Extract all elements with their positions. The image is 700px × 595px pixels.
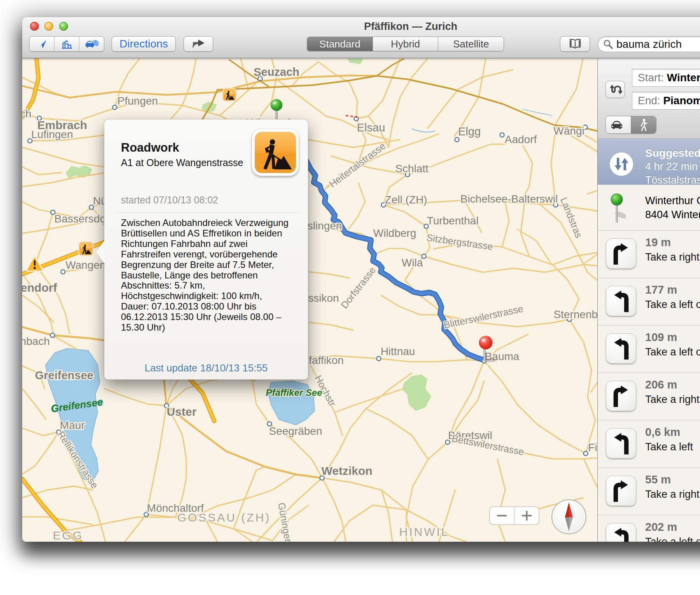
svg-text:Hittnau: Hittnau [381,345,415,357]
svg-text:Greifensee: Greifensee [35,369,93,382]
svg-text:Uster: Uster [167,405,197,418]
svg-text:Pfungen: Pfungen [117,95,158,107]
svg-text:Seegräben: Seegräben [269,425,322,437]
svg-text:Seuzach: Seuzach [254,66,299,78]
svg-text:Wetzikon: Wetzikon [321,464,372,477]
svg-text:EGG: EGG [53,529,84,542]
svg-text:Schlatt: Schlatt [395,163,429,175]
svg-text:Fis: Fis [588,441,597,453]
svg-text:ssikon: ssikon [308,292,339,304]
svg-text:faffikon: faffikon [309,354,344,366]
svg-text:Zell (ZH): Zell (ZH) [385,194,427,206]
svg-text:slingen: slingen [308,220,342,232]
svg-text:Bassersdo: Bassersdo [54,213,106,225]
svg-text:endorf: endorf [22,281,58,294]
svg-text:Wila: Wila [402,257,423,269]
svg-text:Turbenthal: Turbenthal [427,215,479,227]
svg-text:Wildberg: Wildberg [373,227,416,239]
svg-text:Elgg: Elgg [458,125,481,138]
svg-text:Wängi: Wängi [553,125,584,137]
svg-text:ch: ch [22,108,32,120]
svg-text:Bichelsee-Balterswil: Bichelsee-Balterswil [460,193,558,205]
svg-text:Elsau: Elsau [357,121,385,134]
svg-text:Sternenbe: Sternenbe [553,308,597,320]
svg-text:nbach: nbach [22,335,50,347]
svg-text:Pfäffiker See: Pfäffiker See [266,387,322,398]
svg-text:Aadorf: Aadorf [505,133,537,145]
svg-text:HINWIL: HINWIL [399,525,450,538]
svg-text:GOSSAU (ZH): GOSSAU (ZH) [177,511,271,524]
svg-text:Lufingen: Lufingen [31,128,73,140]
